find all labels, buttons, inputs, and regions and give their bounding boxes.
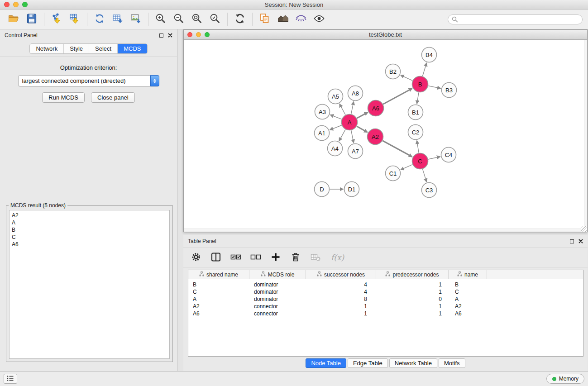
search-input[interactable] [448,14,583,24]
graph-node-A2[interactable]: A2 [368,129,383,145]
import-network-button[interactable] [48,11,66,28]
float-table-panel-button[interactable] [570,239,574,243]
tab-edge-table[interactable]: Edge Table [348,358,388,368]
table-row[interactable]: Cdominator41C [188,288,583,295]
graph-edge-A-A1[interactable] [330,125,342,130]
graph-node-C[interactable]: C [412,153,428,169]
tab-network[interactable]: Network [30,44,63,53]
refresh-button[interactable] [231,11,249,28]
mcds-result-item[interactable]: A6 [12,241,167,248]
graph-node-A4[interactable]: A4 [328,141,343,156]
float-panel-button[interactable] [159,33,163,38]
graph-node-C1[interactable]: C1 [386,166,401,181]
zoom-fit-button[interactable] [188,11,206,28]
memory-button[interactable]: Memory [546,374,584,384]
close-window-button[interactable] [4,2,10,7]
graph-edge-B-B2[interactable] [401,75,412,81]
mcds-result-list[interactable]: A2ABCA6 [9,210,170,359]
graph-node-D1[interactable]: D1 [344,182,359,197]
minimize-window-button[interactable] [13,2,19,7]
graph-edge-B-B4[interactable] [422,63,426,76]
graph-edge-A-A4[interactable] [339,129,345,141]
zoom-out-button[interactable] [170,11,188,28]
graph-node-B1[interactable]: B1 [408,105,423,120]
graph-node-A7[interactable]: A7 [348,144,363,159]
table-row[interactable]: A2connector11A2 [188,303,583,310]
folder-open-button[interactable] [5,11,23,28]
graph-edge-A-A2[interactable] [357,126,367,132]
mcds-result-item[interactable]: A [12,219,167,226]
tab-style[interactable]: Style [63,44,89,53]
graph-node-D[interactable]: D [315,182,330,197]
graph-edge-B-B3[interactable] [428,86,440,89]
graph-node-A3[interactable]: A3 [315,105,330,119]
column-header-shared-name[interactable]: shared name [188,270,249,279]
graph-edge-A-A7[interactable] [351,130,354,143]
save-button[interactable] [23,11,41,28]
network-resize-grip[interactable] [581,226,587,232]
close-panel-button[interactable]: Close panel [91,92,135,103]
run-mcds-button[interactable]: Run MCDS [42,92,85,103]
show-columns-button[interactable] [210,252,221,264]
tab-motifs[interactable]: Motifs [439,358,465,368]
copy-documents-button[interactable] [256,11,274,28]
close-control-panel-button[interactable] [168,32,172,39]
zoom-window-button[interactable] [22,2,28,7]
unselect-all-rows-button[interactable] [250,252,261,264]
mcds-result-item[interactable]: A2 [12,212,167,219]
tab-select[interactable]: Select [89,44,117,53]
home-network-button[interactable] [274,11,292,28]
tab-mcds[interactable]: MCDS [117,44,147,53]
graph-node-B4[interactable]: B4 [422,48,437,62]
graph-node-C3[interactable]: C3 [422,183,437,198]
graph-node-A1[interactable]: A1 [315,126,330,141]
graph-node-A6[interactable]: A6 [368,100,384,116]
column-header-name[interactable]: name [449,270,487,279]
tab-node-table[interactable]: Node Table [306,358,346,368]
table-row[interactable]: Adominator80A [188,295,583,303]
column-header-mcds-role[interactable]: MCDS role [249,270,306,279]
zoom-in-button[interactable] [152,11,170,28]
graph-edge-C-C2[interactable] [417,141,419,153]
column-header-predecessor-nodes[interactable]: predecessor nodes [376,270,449,279]
network-zoom-button[interactable] [205,32,210,37]
task-history-button[interactable] [4,374,17,384]
graph-node-B2[interactable]: B2 [386,64,401,79]
graph-edge-A-A8[interactable] [351,102,354,114]
network-canvas[interactable]: B4B2BB3A5A8A6B1A3AC2A1A2A4A7C4CC1C3DD1 [184,40,587,232]
table-row[interactable]: Bdominator41B [188,281,583,288]
optimization-criterion-dropdown[interactable]: largest connected component (directed) [18,75,159,86]
graph-edge-C-C4[interactable] [428,157,440,159]
export-image-button[interactable] [127,11,145,28]
tab-network-table[interactable]: Network Table [389,358,437,368]
new-table-button[interactable] [109,11,127,28]
graph-edge-A-A3[interactable] [330,115,342,119]
zoom-selected-button[interactable] [206,11,224,28]
table-row[interactable]: A6connector11A6 [188,310,583,317]
graph-node-C4[interactable]: C4 [441,148,456,162]
network-vertical-scrollbar[interactable] [584,40,587,226]
delete-table-button[interactable] [310,252,321,264]
add-row-button[interactable] [270,252,281,264]
mcds-result-item[interactable]: B [12,226,167,234]
show-graphics-button[interactable] [310,11,328,28]
graph-edge-A-A6[interactable] [357,112,368,118]
graph-node-A8[interactable]: A8 [348,86,363,101]
network-horizontal-scrollbar[interactable] [184,229,581,232]
column-header-successor-nodes[interactable]: successor nodes [306,270,376,279]
network-close-button[interactable] [187,32,192,37]
graph-edge-A2-C[interactable] [382,141,412,157]
hide-graphics-button[interactable] [292,11,310,28]
import-table-button[interactable] [66,11,84,28]
graph-node-A5[interactable]: A5 [328,89,343,104]
close-table-panel-button[interactable] [578,238,583,245]
function-builder-button[interactable]: f(x) [331,253,344,262]
settings-gear-button[interactable] [191,252,201,264]
graph-edge-A-A5[interactable] [339,104,345,115]
graph-edge-C-C1[interactable] [401,165,412,170]
select-all-rows-button[interactable] [230,252,241,264]
graph-node-A[interactable]: A [342,114,358,130]
network-minimize-button[interactable] [196,32,201,37]
graph-node-B[interactable]: B [412,76,428,92]
delete-rows-button[interactable] [290,252,301,264]
